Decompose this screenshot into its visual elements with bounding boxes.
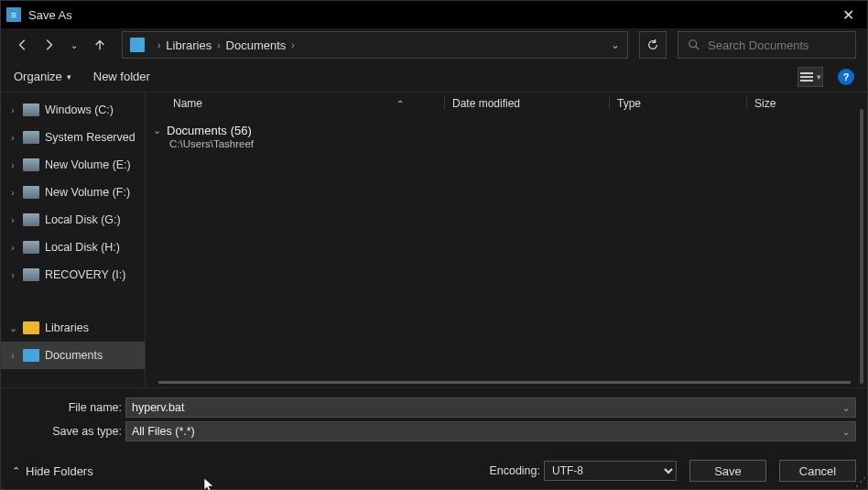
filename-dropdown[interactable]: ⌄ — [842, 403, 850, 413]
save-button[interactable]: Save — [689, 460, 766, 482]
chevron-right-icon: › — [217, 40, 220, 50]
filename-label: File name: — [12, 401, 122, 414]
history-dropdown[interactable]: ⌄ — [63, 34, 85, 56]
column-type[interactable]: Type — [609, 97, 746, 110]
group-count: (56) — [231, 124, 252, 137]
sidebar-item-recovery-i[interactable]: ›RECOVERY (I:) — [1, 261, 145, 289]
organize-button[interactable]: Organize▾ — [14, 70, 71, 83]
sidebar-item-libraries[interactable]: ⌄Libraries — [1, 314, 145, 342]
group-path: C:\Users\Tashreef — [169, 138, 867, 149]
address-bar[interactable]: › Libraries › Documents › ⌄ — [122, 31, 628, 59]
up-button[interactable] — [89, 34, 111, 56]
close-button[interactable]: ✕ — [834, 6, 862, 24]
savetype-dropdown[interactable]: ⌄ — [842, 427, 850, 437]
encoding-label: Encoding: — [489, 464, 540, 477]
forward-button[interactable] — [38, 34, 60, 56]
group-documents[interactable]: ⌄ Documents (56) C:\Users\Tashreef — [146, 124, 867, 149]
hide-folders-button[interactable]: ⌃Hide Folders — [12, 464, 93, 478]
column-date-modified[interactable]: Date modified — [444, 97, 609, 110]
vertical-scrollbar[interactable] — [860, 109, 863, 384]
chevron-down-icon[interactable]: ⌄ — [153, 125, 161, 136]
svg-point-0 — [689, 40, 697, 48]
back-button[interactable] — [12, 34, 34, 56]
sidebar-item-local-disk-h[interactable]: ›Local Disk (H:) — [1, 234, 145, 261]
resize-grip-icon[interactable]: ⋰ — [855, 475, 866, 488]
search-input[interactable]: Search Documents — [678, 31, 856, 59]
savetype-select[interactable]: All Files (*.*) ⌄ — [125, 421, 856, 441]
sidebar-item-windows-c[interactable]: ›Windows (C:) — [1, 96, 145, 124]
sort-indicator-icon: ⌃ — [396, 99, 404, 109]
encoding-select[interactable]: UTF-8 — [544, 461, 677, 481]
sidebar-item-new-volume-f[interactable]: ›New Volume (F:) — [1, 179, 145, 206]
search-placeholder: Search Documents — [708, 38, 809, 52]
content-pane: Name⌃ Date modified Type Size ⌄ Document… — [146, 93, 867, 387]
chevron-right-icon: › — [157, 40, 160, 50]
app-icon — [6, 7, 21, 22]
svg-rect-3 — [800, 80, 813, 82]
sidebar-item-documents[interactable]: ›Documents — [1, 342, 145, 369]
breadcrumb-libraries[interactable]: Libraries — [166, 38, 212, 52]
chevron-right-icon: › — [291, 40, 294, 50]
view-button[interactable]: ▾ — [797, 67, 823, 87]
breadcrumb-documents[interactable]: Documents — [226, 38, 287, 52]
column-name[interactable]: Name⌃ — [169, 97, 444, 110]
savetype-label: Save as type: — [12, 425, 122, 438]
filename-input[interactable]: hyperv.bat ⌄ — [125, 397, 856, 418]
new-folder-button[interactable]: New folder — [93, 70, 150, 83]
location-icon — [130, 38, 145, 52]
sidebar-item-system-reserved[interactable]: ›System Reserved — [1, 124, 145, 151]
window-title: Save As — [28, 8, 834, 22]
address-dropdown[interactable]: ⌄ — [611, 38, 620, 51]
help-button[interactable]: ? — [838, 69, 854, 85]
refresh-button[interactable] — [639, 31, 667, 59]
svg-rect-1 — [800, 72, 813, 74]
horizontal-scrollbar[interactable] — [158, 381, 851, 384]
sidebar-item-local-disk-g[interactable]: ›Local Disk (G:) — [1, 206, 145, 234]
sidebar-item-new-volume-e[interactable]: ›New Volume (E:) — [1, 151, 145, 179]
cancel-button[interactable]: Cancel — [779, 460, 856, 482]
search-icon — [688, 38, 700, 51]
column-headers: Name⌃ Date modified Type Size — [146, 93, 867, 114]
group-name: Documents — [167, 124, 227, 137]
sidebar: ›Windows (C:) ›System Reserved ›New Volu… — [1, 93, 146, 387]
column-size[interactable]: Size — [746, 97, 867, 110]
chevron-up-icon: ⌃ — [12, 465, 20, 477]
svg-rect-2 — [800, 76, 813, 78]
